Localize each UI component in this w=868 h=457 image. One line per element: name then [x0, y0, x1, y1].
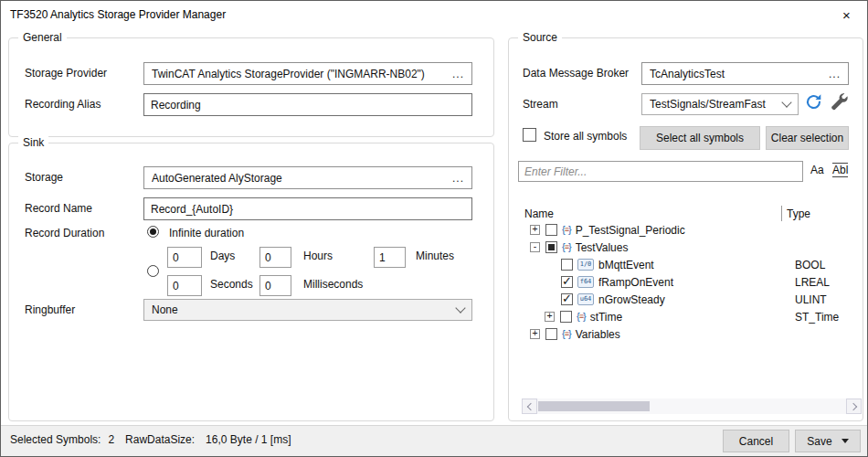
tree-item-label: fRampOnEvent: [598, 276, 673, 289]
tree-item-type: LREAL: [795, 276, 830, 289]
minutes-input[interactable]: [374, 247, 406, 268]
selected-symbols-label: Selected Symbols:: [10, 433, 101, 446]
chevron-down-icon: [781, 97, 791, 107]
tree-item-label: bMqttEvent: [598, 259, 654, 271]
infinite-duration-radio[interactable]: [147, 226, 159, 238]
data-message-broker-label: Data Message Broker: [523, 67, 629, 80]
scroll-right-button[interactable]: [846, 399, 862, 414]
tree-item-label: Variables: [576, 328, 620, 341]
storage-provider-field[interactable]: TwinCAT Analytics StorageProvider ("INGM…: [143, 62, 472, 85]
refresh-streams-button[interactable]: [804, 92, 823, 112]
tree-row[interactable]: 1/0 bMqttEvent BOOL: [509, 256, 863, 273]
sink-group: Sink Storage AutoGenerated AlyStorage ..…: [8, 143, 494, 421]
tree-checkbox[interactable]: [545, 224, 557, 236]
rawdatasize-label: RawDataSize:: [125, 433, 195, 446]
tree-row[interactable]: - {≡} TestValues: [509, 239, 863, 256]
tree-checkbox[interactable]: [561, 293, 573, 305]
tree-checkbox[interactable]: [545, 328, 557, 340]
save-button[interactable]: Save: [795, 430, 861, 452]
scrollbar-thumb[interactable]: [538, 401, 650, 411]
ringbuffer-select[interactable]: None: [143, 299, 472, 321]
save-dropdown-icon[interactable]: [842, 439, 849, 443]
tree-row[interactable]: + {≡} stTime ST_Time: [509, 308, 863, 325]
struct-icon: {≡}: [562, 225, 571, 235]
stream-label: Stream: [523, 98, 558, 111]
chevron-left-icon: [526, 402, 534, 409]
infinite-duration-label: Infinite duration: [169, 227, 244, 239]
filter-input[interactable]: [518, 161, 803, 182]
storage-value: AutoGenerated AlyStorage: [152, 172, 445, 185]
days-label: Days: [210, 250, 235, 262]
tree-checkbox[interactable]: [560, 311, 572, 323]
tree-row[interactable]: u64 nGrowSteady ULINT: [509, 291, 863, 308]
close-icon: ×: [842, 7, 851, 23]
match-whole-word-toggle[interactable]: Abl: [832, 163, 848, 177]
expand-icon[interactable]: +: [530, 329, 540, 339]
clear-selection-button[interactable]: Clear selection: [766, 126, 849, 150]
status-text: Selected Symbols: 2 RawDataSize: 16,0 By…: [10, 433, 291, 446]
record-name-input[interactable]: [143, 197, 472, 220]
stream-settings-button[interactable]: [830, 92, 849, 112]
milliseconds-input[interactable]: [259, 275, 291, 296]
broker-browse-button[interactable]: ...: [829, 68, 841, 80]
wrench-icon: [830, 92, 849, 112]
dialog-window: TF3520 Analytics Storage Provider Manage…: [0, 0, 868, 457]
status-bar: Selected Symbols: 2 RawDataSize: 16,0 By…: [1, 425, 867, 457]
tree-item-type: ULINT: [795, 293, 827, 306]
hours-label: Hours: [303, 250, 333, 262]
stream-select[interactable]: TestSignals/StreamFast: [641, 93, 799, 115]
tree-checkbox[interactable]: [561, 276, 573, 288]
expand-icon[interactable]: +: [545, 312, 555, 322]
finite-duration-radio[interactable]: [147, 265, 159, 277]
cancel-button[interactable]: Cancel: [723, 430, 789, 452]
tree-item-type: BOOL: [795, 259, 825, 271]
storage-label: Storage: [25, 171, 63, 184]
data-message-broker-field[interactable]: TcAnalyticsTest ...: [641, 62, 849, 85]
float64-type-icon: f64: [577, 276, 594, 288]
select-all-symbols-button[interactable]: Select all symbols: [640, 126, 760, 150]
store-all-symbols-checkbox[interactable]: [523, 128, 536, 142]
tree-row[interactable]: + {≡} Variables: [509, 325, 863, 343]
close-button[interactable]: ×: [826, 1, 867, 28]
days-input[interactable]: [167, 247, 202, 268]
struct-icon: {≡}: [562, 242, 571, 252]
expand-icon[interactable]: +: [530, 225, 540, 235]
scroll-left-button[interactable]: [522, 399, 537, 414]
seconds-input[interactable]: [167, 275, 202, 296]
storage-field[interactable]: AutoGenerated AlyStorage ...: [143, 166, 472, 189]
general-group: General Storage Provider TwinCAT Analyti…: [8, 37, 494, 137]
store-all-symbols-label: Store all symbols: [544, 130, 627, 143]
tree-row[interactable]: + {≡} P_TestSignal_Periodic: [509, 221, 863, 239]
tree-horizontal-scrollbar[interactable]: [522, 399, 862, 414]
selected-symbols-value: 2: [108, 433, 114, 446]
tree-row[interactable]: f64 fRampOnEvent LREAL: [509, 273, 863, 291]
refresh-icon: [804, 92, 823, 112]
struct-icon: {≡}: [577, 312, 586, 322]
sink-group-legend: Sink: [18, 136, 48, 149]
record-name-label: Record Name: [25, 202, 92, 215]
recording-alias-input[interactable]: [143, 93, 472, 116]
seconds-label: Seconds: [210, 278, 253, 291]
general-group-legend: General: [18, 31, 67, 44]
recording-alias-label: Recording Alias: [25, 98, 101, 111]
tree-item-label: nGrowSteady: [598, 293, 665, 306]
title-bar: TF3520 Analytics Storage Provider Manage…: [1, 1, 867, 28]
bool-type-icon: 1/0: [577, 259, 594, 271]
record-duration-label: Record Duration: [25, 227, 104, 239]
window-title: TF3520 Analytics Storage Provider Manage…: [10, 8, 226, 21]
rawdatasize-value: 16,0 Byte / 1 [ms]: [206, 433, 291, 446]
storage-browse-button[interactable]: ...: [452, 172, 464, 185]
match-case-toggle[interactable]: Aa: [810, 164, 824, 176]
stream-value: TestSignals/StreamFast: [650, 98, 783, 111]
tree-column-type: Type: [787, 207, 810, 220]
uint64-type-icon: u64: [577, 293, 594, 305]
tree-column-divider[interactable]: [781, 206, 782, 221]
tree-item-label: P_TestSignal_Periodic: [576, 224, 685, 237]
tree-checkbox[interactable]: [561, 259, 573, 271]
collapse-icon[interactable]: -: [530, 242, 540, 252]
storage-provider-browse-button[interactable]: ...: [452, 68, 464, 80]
ringbuffer-label: Ringbuffer: [25, 303, 75, 316]
hours-input[interactable]: [259, 247, 291, 268]
struct-icon: {≡}: [562, 329, 571, 339]
tree-checkbox[interactable]: [545, 241, 557, 253]
